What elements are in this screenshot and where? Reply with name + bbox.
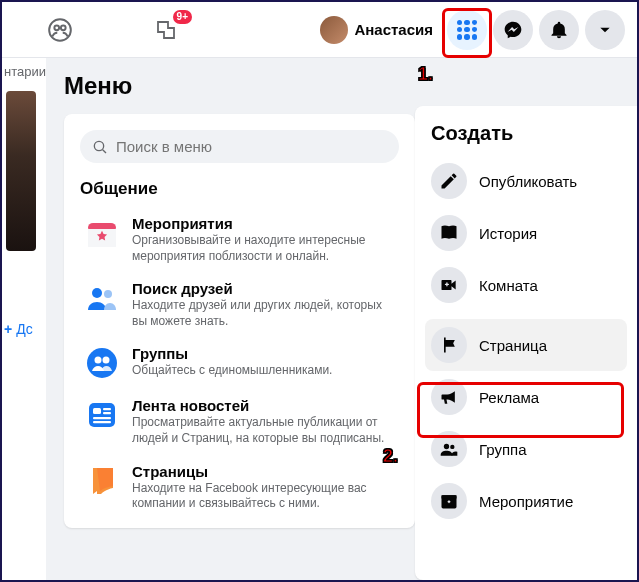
menu-panel: Меню Общение Мероприятия Организовывайте… <box>46 58 637 580</box>
create-story[interactable]: История <box>425 207 627 259</box>
create-panel: Создать Опубликовать История Комната Ст <box>415 106 637 580</box>
create-ad[interactable]: Реклама <box>425 371 627 423</box>
svg-point-8 <box>92 288 102 298</box>
svg-rect-24 <box>442 495 457 498</box>
messenger-button[interactable] <box>493 10 533 50</box>
calendar-plus-icon <box>431 483 467 519</box>
create-group[interactable]: Группа <box>425 423 627 475</box>
create-label: Мероприятие <box>479 493 573 510</box>
newsfeed-icon <box>84 397 120 433</box>
menu-item-desc: Общайтесь с единомышленниками. <box>132 363 395 379</box>
notifications-button[interactable] <box>539 10 579 50</box>
svg-rect-7 <box>88 241 116 247</box>
account-button[interactable] <box>585 10 625 50</box>
events-icon <box>84 215 120 251</box>
svg-point-3 <box>94 141 103 150</box>
plus-icon: + <box>4 321 12 337</box>
book-icon <box>431 215 467 251</box>
strip-truncated-text: нтарии <box>4 64 46 79</box>
menu-item-desc: Находите на Facebook интересующие вас ко… <box>132 481 395 512</box>
friends-icon <box>84 280 120 316</box>
menu-item-title: Страницы <box>132 463 395 480</box>
search-icon <box>92 139 108 155</box>
svg-point-12 <box>103 357 110 364</box>
svg-point-2 <box>61 25 66 30</box>
create-label: Реклама <box>479 389 539 406</box>
gaming-nav-icon[interactable]: 9+ <box>148 12 184 48</box>
groups-icon <box>84 345 120 381</box>
create-post[interactable]: Опубликовать <box>425 155 627 207</box>
create-label: Комната <box>479 277 538 294</box>
top-bar: 9+ Анастасия <box>2 2 637 58</box>
svg-rect-26 <box>448 500 449 503</box>
create-heading: Создать <box>431 122 621 145</box>
menu-item-desc: Организовывайте и находите интересные ме… <box>132 233 395 264</box>
svg-rect-20 <box>446 282 447 286</box>
video-plus-icon <box>431 267 467 303</box>
strip-add[interactable]: + Дс <box>4 321 46 337</box>
flag-icon <box>431 327 467 363</box>
create-label: Группа <box>479 441 527 458</box>
groups-nav-icon[interactable] <box>42 12 78 48</box>
marker-1: 1. <box>418 64 433 85</box>
left-sidebar-strip: нтарии + Дс <box>2 58 46 580</box>
create-room[interactable]: Комната <box>425 259 627 311</box>
strip-add-label: Дс <box>16 321 32 337</box>
svg-point-11 <box>95 357 102 364</box>
svg-point-0 <box>49 19 71 41</box>
marker-2: 2. <box>383 446 398 467</box>
svg-rect-18 <box>93 421 111 423</box>
menu-item-groups[interactable]: Группы Общайтесь с единомышленниками. <box>80 337 399 389</box>
profile-name: Анастасия <box>354 21 433 38</box>
menu-item-desc: Находите друзей или других людей, которы… <box>132 298 395 329</box>
gaming-badge: 9+ <box>173 10 192 24</box>
menu-heading: Меню <box>64 72 415 100</box>
menu-item-title: Поиск друзей <box>132 280 395 297</box>
svg-point-22 <box>450 445 454 449</box>
svg-point-9 <box>104 290 112 298</box>
pages-icon <box>84 463 120 499</box>
menu-item-title: Группы <box>132 345 395 362</box>
menu-search[interactable] <box>80 130 399 163</box>
menu-item-title: Лента новостей <box>132 397 395 414</box>
svg-rect-15 <box>103 408 111 410</box>
menu-item-pages[interactable]: Страницы Находите на Facebook интересующ… <box>80 455 399 520</box>
menu-item-desc: Просматривайте актуальные публикации от … <box>132 415 395 446</box>
megaphone-icon <box>431 379 467 415</box>
group-icon <box>431 431 467 467</box>
menu-button[interactable] <box>447 10 487 50</box>
create-page[interactable]: Страница <box>425 319 627 371</box>
menu-item-title: Мероприятия <box>132 215 395 232</box>
svg-point-10 <box>87 348 117 378</box>
create-label: Страница <box>479 337 547 354</box>
create-label: История <box>479 225 537 242</box>
svg-point-21 <box>444 444 449 449</box>
menu-item-find-friends[interactable]: Поиск друзей Находите друзей или других … <box>80 272 399 337</box>
menu-grid-icon <box>457 20 477 40</box>
create-event[interactable]: Мероприятие <box>425 475 627 527</box>
menu-item-newsfeed[interactable]: Лента новостей Просматривайте актуальные… <box>80 389 399 454</box>
profile-chip[interactable]: Анастасия <box>312 12 441 48</box>
avatar <box>320 16 348 44</box>
svg-point-1 <box>54 25 59 30</box>
edit-icon <box>431 163 467 199</box>
menu-card: Общение Мероприятия Организовывайте и на… <box>64 114 415 528</box>
svg-rect-14 <box>93 408 101 414</box>
svg-rect-17 <box>93 417 111 419</box>
search-input[interactable] <box>116 138 387 155</box>
menu-item-events[interactable]: Мероприятия Организовывайте и находите и… <box>80 207 399 272</box>
svg-rect-16 <box>103 412 111 414</box>
svg-rect-13 <box>89 403 115 427</box>
section-title: Общение <box>80 179 399 199</box>
create-label: Опубликовать <box>479 173 577 190</box>
story-thumbnail[interactable] <box>6 91 36 251</box>
